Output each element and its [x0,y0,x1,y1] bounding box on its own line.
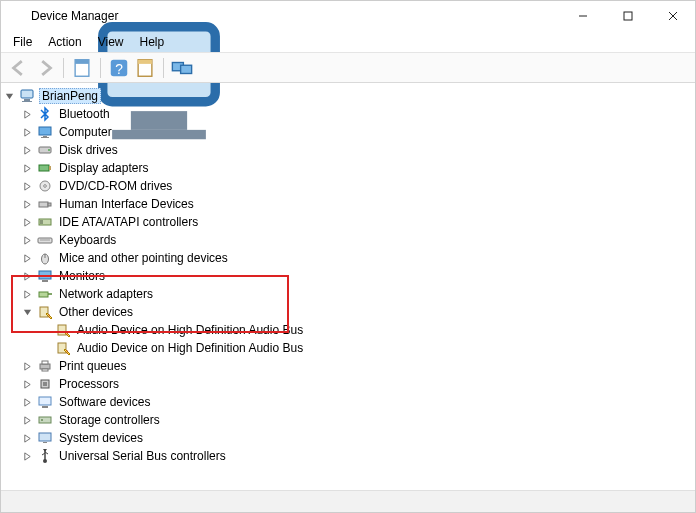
tree-node-bluetooth[interactable]: Bluetooth [21,105,695,123]
chevron-right-icon[interactable] [21,108,33,120]
warning-icon [37,304,53,320]
chevron-right-icon[interactable] [21,234,33,246]
device-manager-window: Device Manager File Action View Help Bri… [0,0,696,513]
tree-node-label: Other devices [57,305,135,319]
ide-icon [37,214,53,230]
tree-node-label: Universal Serial Bus controllers [57,449,228,463]
chevron-right-icon[interactable] [21,144,33,156]
tree-node-ide[interactable]: IDE ATA/ATAPI controllers [21,213,695,231]
tree-node-print[interactable]: Print queues [21,357,695,375]
tree-node-display[interactable]: Display adapters [21,159,695,177]
chevron-right-icon[interactable] [21,216,33,228]
gpu-icon [37,160,53,176]
chevron-right-icon[interactable] [21,126,33,138]
tree-node-mice[interactable]: Mice and other pointing devices [21,249,695,267]
chevron-right-icon[interactable] [21,162,33,174]
tree-node-keyboards[interactable]: Keyboards [21,231,695,249]
tree-node-label: Monitors [57,269,107,283]
mouse-icon [37,250,53,266]
monitor-icon [37,124,53,140]
warning-icon [55,322,71,338]
tree-node-label: Human Interface Devices [57,197,196,211]
tree-node-label: Network adapters [57,287,155,301]
toolbar-separator [100,58,101,78]
toolbar-forward-button[interactable] [33,56,57,80]
toolbar-separator [63,58,64,78]
computer-icon [19,88,35,104]
tree-node-label: Processors [57,377,121,391]
tree-node-usb[interactable]: Universal Serial Bus controllers [21,447,695,465]
chevron-right-icon[interactable] [21,450,33,462]
toolbar [1,53,695,83]
tree-node-label: Software devices [57,395,152,409]
tree-node-label: Print queues [57,359,128,373]
hid-icon [37,196,53,212]
tree-node-storage[interactable]: Storage controllers [21,411,695,429]
chevron-right-icon[interactable] [21,198,33,210]
warning-icon [55,340,71,356]
chevron-right-icon[interactable] [21,378,33,390]
toolbar-scan-button[interactable] [133,56,157,80]
tree-node-label: Audio Device on High Definition Audio Bu… [75,323,305,337]
chevron-right-icon[interactable] [21,180,33,192]
maximize-button[interactable] [605,1,650,31]
tree-node-label: Keyboards [57,233,118,247]
tree-node-dvd[interactable]: DVD/CD-ROM drives [21,177,695,195]
menubar: File Action View Help [1,31,695,53]
chevron-right-icon[interactable] [21,432,33,444]
toolbar-monitors-button[interactable] [170,56,194,80]
tree-node-label: IDE ATA/ATAPI controllers [57,215,200,229]
tree-node-label: System devices [57,431,145,445]
tree-node-other[interactable]: Other devices [21,303,695,321]
tree-node-system[interactable]: System devices [21,429,695,447]
cpu-icon [37,376,53,392]
tree-node-monitors[interactable]: Monitors [21,267,695,285]
bluetooth-icon [37,106,53,122]
storage-icon [37,412,53,428]
tree-root-label: BrianPeng [39,88,101,104]
chevron-right-icon[interactable] [21,288,33,300]
tree-node-label: DVD/CD-ROM drives [57,179,174,193]
tree-node-label: Bluetooth [57,107,112,121]
tree-node-computer[interactable]: Computer [21,123,695,141]
toolbar-show-hide-button[interactable] [70,56,94,80]
tree-node-label: Computer [57,125,114,139]
svg-rect-46 [624,12,632,20]
chevron-right-icon[interactable] [21,360,33,372]
tree-node-network[interactable]: Network adapters [21,285,695,303]
toolbar-back-button[interactable] [7,56,31,80]
tree-node-processors[interactable]: Processors [21,375,695,393]
minimize-button[interactable] [560,1,605,31]
chevron-down-icon[interactable] [3,90,15,102]
usb-icon [37,448,53,464]
monitor-icon [37,268,53,284]
tree-node-label: Audio Device on High Definition Audio Bu… [75,341,305,355]
close-button[interactable] [650,1,695,31]
chevron-down-icon[interactable] [21,306,33,318]
tree-root-node[interactable]: BrianPeng [3,87,695,105]
toolbar-help-button[interactable] [107,56,131,80]
software-icon [37,394,53,410]
chevron-right-icon[interactable] [21,414,33,426]
chevron-right-icon[interactable] [21,270,33,282]
toolbar-separator [163,58,164,78]
tree-node-hid[interactable]: Human Interface Devices [21,195,695,213]
titlebar: Device Manager [1,1,695,31]
disk-icon [37,142,53,158]
chevron-right-icon[interactable] [21,396,33,408]
tree-node-label: Storage controllers [57,413,162,427]
tree-node-disk[interactable]: Disk drives [21,141,695,159]
statusbar [1,490,695,512]
printer-icon [37,358,53,374]
tree-node-other-child[interactable]: Audio Device on High Definition Audio Bu… [39,339,695,357]
tree-node-label: Display adapters [57,161,150,175]
dvd-icon [37,178,53,194]
tree-node-label: Disk drives [57,143,120,157]
tree-node-label: Mice and other pointing devices [57,251,230,265]
network-icon [37,286,53,302]
chevron-right-icon[interactable] [21,252,33,264]
tree-pane[interactable]: BrianPeng Bluetooth Computer [1,83,695,490]
tree-node-other-child[interactable]: Audio Device on High Definition Audio Bu… [39,321,695,339]
keyboard-icon [37,232,53,248]
tree-node-software[interactable]: Software devices [21,393,695,411]
